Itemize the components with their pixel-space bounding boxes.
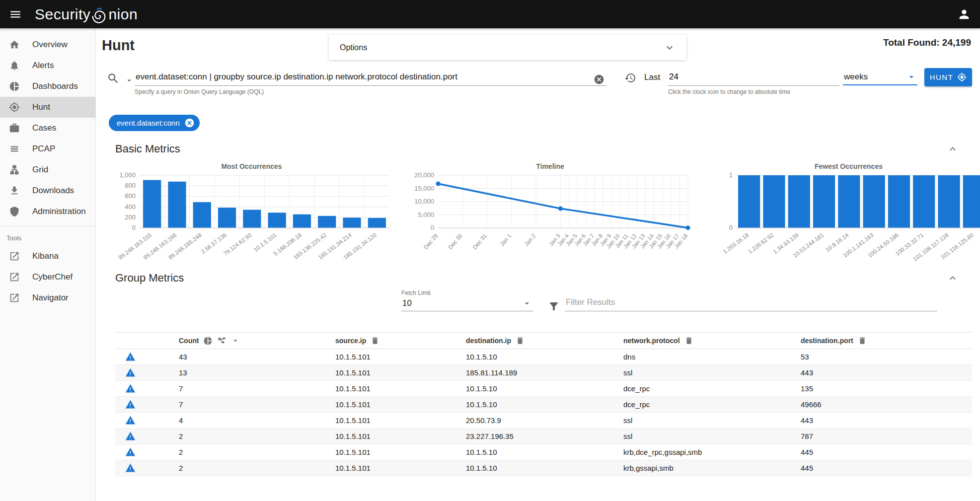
sidebar-item-hunt[interactable]: Hunt [0,97,95,118]
most-occurrences-chart: Most Occurrences02004006008001,00089.248… [109,162,394,266]
group-metrics-collapse-icon[interactable] [947,272,959,284]
table-row: 410.1.5.10120.50.73.9ssl443 [115,413,972,429]
table-cell[interactable]: ssl [623,432,801,440]
table-cell[interactable]: 49666 [801,400,972,409]
column-header-label: destination.ip [466,337,511,345]
hunt-crosshair-icon [957,72,967,82]
table-cell[interactable]: 20.50.73.9 [466,416,623,425]
table-cell[interactable]: 23.227.196.35 [466,432,623,440]
warning-triangle-icon[interactable] [125,383,136,394]
caret-down-icon[interactable] [231,336,240,345]
user-account-icon[interactable] [957,7,971,21]
basic-metrics-collapse-icon[interactable] [947,143,959,155]
table-cell[interactable]: 10.1.5.10 [466,448,623,456]
table-cell[interactable]: 10.1.5.101 [335,400,466,409]
sidebar-item-dashboards[interactable]: Dashboards [0,76,95,97]
table-cell[interactable]: 135 [801,384,972,393]
table-cell[interactable]: 10.1.5.101 [335,368,466,377]
options-expansion-panel[interactable]: Options [329,35,686,60]
warning-triangle-icon[interactable] [125,352,136,362]
table-cell[interactable]: 787 [801,432,972,440]
filter-funnel-icon [548,300,560,312]
pie-chart-icon[interactable] [203,336,213,346]
chevron-down-icon[interactable] [664,42,676,54]
sidebar-item-label: Downloads [32,186,74,196]
sidebar-item-overview[interactable]: Overview [0,34,95,55]
sidebar-item-kibana[interactable]: Kibana [0,246,95,267]
table-cell[interactable]: 4 [179,416,335,425]
sidebar-item-cyberchef[interactable]: CyberChef [0,267,95,287]
table-cell[interactable]: 10.1.5.101 [335,384,466,393]
warning-triangle-icon[interactable] [125,447,136,457]
sidebar-item-cases[interactable]: Cases [0,118,95,139]
search-icon[interactable] [107,72,120,85]
table-cell[interactable]: 13 [179,368,335,377]
table-cell[interactable]: 443 [801,368,972,377]
fetch-limit-select[interactable]: 10 [401,296,533,311]
query-dropdown-caret-icon[interactable] [125,76,134,85]
group-graph-icon[interactable] [217,336,226,346]
history-clock-icon[interactable] [624,72,636,84]
sidebar-item-alerts[interactable]: Alerts [0,55,95,76]
table-cell[interactable]: 445 [801,448,972,456]
table-cell[interactable]: 10.1.5.101 [335,448,466,456]
warning-triangle-icon[interactable] [125,463,136,473]
sidebar-item-label: Overview [32,40,68,50]
sidebar-item-navigator[interactable]: Navigator [0,287,95,308]
warning-triangle-icon[interactable] [125,415,136,426]
table-cell[interactable]: 185.81.114.189 [466,368,623,377]
sidebar-item-downloads[interactable]: Downloads [0,180,95,201]
filter-results-input[interactable] [565,294,937,311]
table-cell[interactable]: dce_rpc [623,400,801,409]
table-cell[interactable]: 53 [801,353,972,361]
sidebar-item-administration[interactable]: Administration [0,201,95,222]
table-cell[interactable]: krb,dce_rpc,gssapi,smb [623,448,801,456]
warning-triangle-icon[interactable] [125,367,136,378]
remove-column-trash-icon[interactable] [858,336,867,345]
table-cell[interactable]: dns [623,353,801,361]
table-cell[interactable]: 2 [179,432,335,440]
table-cell[interactable]: 10.1.5.10 [466,353,623,361]
table-cell[interactable]: dce_rpc [623,384,801,393]
warning-triangle-icon[interactable] [125,399,136,410]
column-header-label: destination.port [801,337,853,345]
fewest-occurrences-chart: Fewest Occurrences011.203.16.181.226.62.… [706,162,980,266]
table-cell[interactable]: 10.1.5.101 [335,432,466,440]
table-cell[interactable]: 10.1.5.10 [466,400,623,409]
time-unit-select[interactable]: weeks [843,69,917,85]
query-hint: Specify a query in Onion Query Language … [135,88,606,95]
remove-filter-icon[interactable] [184,118,195,128]
table-cell[interactable]: krb,gssapi,smb [623,464,801,472]
svg-text:1.226.62.92: 1.226.62.92 [747,232,775,255]
table-cell[interactable]: 10.1.5.10 [466,384,623,393]
table-cell[interactable]: 7 [179,400,335,409]
time-value-input[interactable] [668,69,839,86]
sidebar-item-pcap[interactable]: PCAP [0,139,95,159]
query-input[interactable] [135,69,606,86]
hunt-button[interactable]: HUNT [924,68,972,86]
table-cell[interactable]: ssl [623,368,801,377]
filter-chip-label: event.dataset:conn [117,119,180,127]
table-cell[interactable]: 10.1.5.101 [335,416,466,425]
table-cell[interactable]: 2 [179,464,335,472]
table-cell[interactable]: 7 [179,384,335,393]
table-cell[interactable]: 10.1.5.10 [466,464,623,472]
remove-column-trash-icon[interactable] [684,336,693,345]
clear-query-icon[interactable] [594,74,604,85]
warning-triangle-icon[interactable] [125,431,136,441]
remove-column-trash-icon[interactable] [371,336,379,345]
menu-icon[interactable] [9,8,22,21]
remove-column-trash-icon[interactable] [516,336,525,345]
table-row: 710.1.5.10110.1.5.10dce_rpc135 [115,381,972,397]
filter-chip[interactable]: event.dataset:conn [109,115,200,131]
table-cell[interactable]: 2 [179,448,335,456]
table-cell[interactable]: 10.1.5.101 [335,353,466,361]
svg-text:1.203.16.18: 1.203.16.18 [722,232,750,255]
table-cell[interactable]: 445 [801,464,972,472]
sidebar-item-grid[interactable]: Grid [0,159,95,180]
table-cell[interactable]: ssl [623,416,801,425]
table-cell[interactable]: 10.1.5.101 [335,464,466,472]
table-cell[interactable]: 43 [179,353,335,361]
app-logo-text-left: Security [35,6,90,23]
table-cell[interactable]: 443 [801,416,972,425]
